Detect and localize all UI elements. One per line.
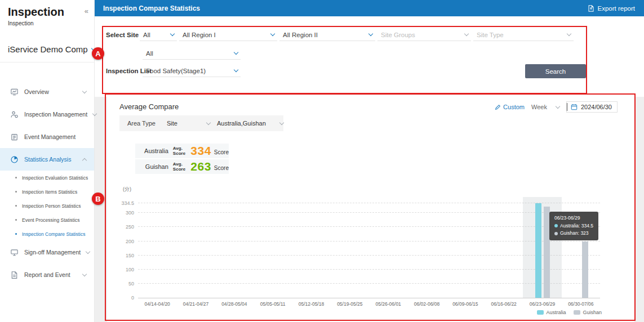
sidebar-subitem-event-processing-statistics[interactable]: Event Processing Statistics xyxy=(0,213,94,227)
nav-label: Inspection Management xyxy=(24,111,87,118)
filter-bar: Select Site All All Region I All Region … xyxy=(95,16,644,97)
x-tick-label: 05/05-05/11 xyxy=(254,301,292,307)
site-groups-select[interactable]: Site Groups xyxy=(377,29,471,41)
area-type-value: Site xyxy=(167,120,177,127)
chart-tooltip: 06/23-06/29Australia: 334.5Guishan: 323 xyxy=(549,212,598,240)
x-tick-label: 05/12-05/18 xyxy=(292,301,330,307)
main-area: Average Compare Custom Week 2024/06/30 A… xyxy=(95,97,644,322)
company-name: iService Demo Comp xyxy=(8,44,88,54)
average-compare-card: Average Compare Custom Week 2024/06/30 A… xyxy=(107,97,634,322)
sidebar: Inspection Inspection « iService Demo Co… xyxy=(0,0,95,322)
x-tick-label: 06/23-06/29 xyxy=(523,301,561,307)
x-tick-label: 06/09-06/15 xyxy=(446,301,485,307)
score-unit: Score xyxy=(214,149,229,155)
divider xyxy=(567,103,567,111)
area-type-select[interactable]: Site xyxy=(167,120,210,127)
bullet-icon xyxy=(15,205,17,207)
date-picker[interactable]: 2024/06/30 xyxy=(566,101,618,113)
sub-site-select[interactable]: All xyxy=(143,47,241,60)
bar-guishan[interactable] xyxy=(582,242,588,298)
x-tick-label: 06/30-07/06 xyxy=(562,301,600,307)
sidebar-item-signoff-management[interactable]: Sign-off Management xyxy=(0,241,94,263)
region2-select-value: All Region II xyxy=(283,32,318,38)
calendar-icon xyxy=(571,104,578,110)
score-row-guishan: Guishan Avg. Score 263 Score xyxy=(135,159,229,174)
score-value: 263 xyxy=(190,160,211,173)
sidebar-nav: Overview Inspection Management Event Man… xyxy=(0,80,94,286)
score-row-australia: Australia Avg. Score 334 Score xyxy=(135,144,229,158)
sidebar-item-report-and-event[interactable]: Report and Event xyxy=(0,263,94,286)
chevron-down-icon xyxy=(86,249,90,253)
nav-label: Overview xyxy=(24,88,49,95)
statistics-analysis-icon xyxy=(10,155,19,164)
chevron-down-icon xyxy=(270,32,275,36)
chevron-down-icon xyxy=(234,68,238,72)
sidebar-item-overview[interactable]: Overview xyxy=(0,80,94,103)
score-avg-label: Avg. Score xyxy=(173,146,189,156)
x-tick-label: 06/02-06/08 xyxy=(407,301,446,307)
bullet-icon xyxy=(15,177,17,178)
nav-label: Statistics Analysis xyxy=(24,156,71,163)
bar-guishan[interactable] xyxy=(544,207,550,298)
region1-select[interactable]: All Region I xyxy=(179,29,277,41)
legend-item-guishan[interactable]: Guishan xyxy=(574,310,602,315)
company-selector[interactable]: iService Demo Comp xyxy=(8,44,86,54)
sidebar-item-event-management[interactable]: Event Management xyxy=(0,126,94,148)
x-tick-label: 06/16-06/22 xyxy=(485,301,523,307)
annotation-badge-a: A xyxy=(92,47,104,60)
sidebar-subitem-inspection-compare-statistics[interactable]: Inspection Compare Statistics xyxy=(0,227,94,241)
region2-select[interactable]: All Region II xyxy=(279,29,375,41)
page-title: Inspection Compare Statistics xyxy=(103,5,200,12)
subnav-label: Event Processing Statistics xyxy=(22,217,80,223)
inspection-list-select[interactable]: Food Safety(Stage1) xyxy=(143,65,241,77)
sidebar-item-inspection-management[interactable]: Inspection Management xyxy=(0,103,94,126)
bar-australia[interactable] xyxy=(535,203,541,298)
area-type-strip: Area Type Site Australia,Guishan xyxy=(119,115,283,131)
event-management-icon xyxy=(10,133,19,141)
inspection-list-value: Food Safety(Stage1) xyxy=(146,68,206,74)
select-site-label: Select Site xyxy=(106,32,139,38)
card-title: Average Compare xyxy=(119,102,179,111)
sidebar-subitem-inspection-person-statistics[interactable]: Inspection Person Statistics xyxy=(0,199,94,213)
x-tick-label: 04/21-04/27 xyxy=(176,301,215,307)
bar-chart: 06/23-06/29Australia: 334.5Guishan: 323 … xyxy=(138,202,600,298)
site-select[interactable]: All xyxy=(140,29,177,41)
site-type-select[interactable]: Site Type xyxy=(473,29,574,41)
site-type-placeholder: Site Type xyxy=(477,32,504,38)
chevron-down-icon xyxy=(556,104,560,108)
date-value: 2024/06/30 xyxy=(581,104,612,110)
inspection-management-icon xyxy=(10,110,19,119)
sidebar-subitem-inspection-evaluation-statistics[interactable]: Inspection Evaluation Statistics xyxy=(0,171,94,185)
area-value-select[interactable]: Australia,Guishan xyxy=(217,120,283,127)
bullet-icon xyxy=(15,233,17,235)
area-type-label: Area Type xyxy=(127,120,156,127)
period-select[interactable]: Week xyxy=(531,104,559,110)
sidebar-item-statistics-analysis[interactable]: Statistics Analysis xyxy=(0,148,94,171)
tooltip-series-dot xyxy=(554,224,558,227)
score-name: Australia xyxy=(135,147,168,154)
area-value: Australia,Guishan xyxy=(217,120,266,127)
x-tick-label: 04/28-05/04 xyxy=(215,301,254,307)
chevron-down-icon xyxy=(82,271,87,276)
y-tick-label: 334.5 xyxy=(121,200,134,206)
bullet-icon xyxy=(15,219,17,221)
score-unit: Score xyxy=(214,165,229,171)
score-avg-label: Avg. Score xyxy=(173,162,189,172)
tooltip-row: Guishan: 323 xyxy=(554,230,593,238)
y-tick-label: 300 xyxy=(126,210,134,216)
legend-item-australia[interactable]: Australia xyxy=(537,310,566,315)
sidebar-subitem-inspection-items-statistics[interactable]: Inspection Items Statistics xyxy=(0,185,94,199)
sidebar-collapse-icon[interactable]: « xyxy=(85,7,88,26)
score-value: 334 xyxy=(190,144,211,158)
chevron-down-icon xyxy=(82,88,87,93)
search-button[interactable]: Search xyxy=(525,64,586,78)
export-report-button[interactable]: Export report xyxy=(587,5,635,12)
tooltip-row: Australia: 334.5 xyxy=(554,222,593,230)
overview-icon xyxy=(10,88,19,96)
chevron-up-icon xyxy=(82,158,87,162)
score-name: Guishan xyxy=(135,163,168,170)
legend-swatch xyxy=(537,310,544,315)
nav-label: Report and Event xyxy=(24,271,70,278)
custom-button[interactable]: Custom xyxy=(495,104,525,110)
chevron-down-icon xyxy=(464,32,469,36)
